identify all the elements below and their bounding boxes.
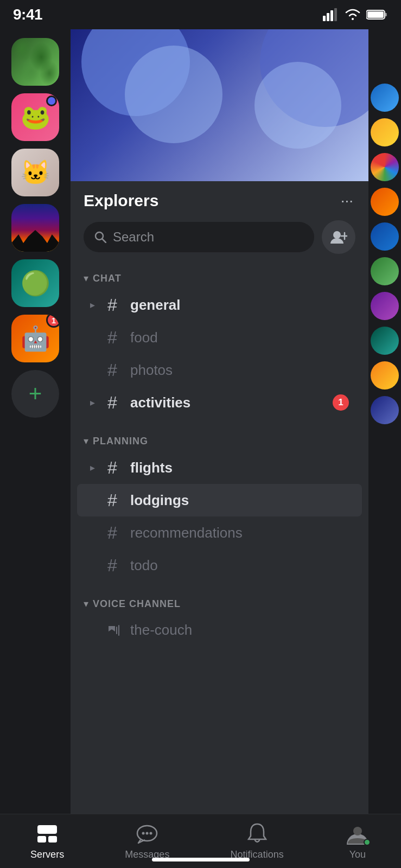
more-options-button[interactable]: ··· bbox=[339, 190, 355, 212]
servers-icon bbox=[34, 822, 60, 846]
channel-name-food: food bbox=[130, 329, 349, 346]
search-bar: Search bbox=[84, 220, 355, 254]
category-name-planning: PLANNING bbox=[93, 436, 148, 447]
channel-item-the-couch[interactable]: the-couch bbox=[77, 614, 362, 646]
svg-marker-12 bbox=[109, 626, 115, 631]
svg-point-23 bbox=[353, 827, 362, 835]
add-member-icon bbox=[330, 229, 347, 245]
hash-icon-photos: # bbox=[107, 361, 123, 379]
right-avatar-1 bbox=[371, 84, 399, 112]
hash-icon-general: # bbox=[107, 296, 123, 314]
channel-name-lodgings: lodgings bbox=[130, 492, 349, 509]
notifications-icon bbox=[244, 822, 270, 846]
category-name-chat: CHAT bbox=[93, 273, 122, 284]
signal-icon bbox=[323, 8, 339, 21]
notification-dot bbox=[46, 95, 57, 106]
channel-name-recommendations: recommendations bbox=[130, 525, 349, 541]
category-voice[interactable]: ▾ VOICE CHANNEL bbox=[71, 588, 368, 614]
right-avatar-6 bbox=[371, 257, 399, 285]
category-name-voice: VOICE CHANNEL bbox=[93, 598, 181, 610]
add-member-button[interactable] bbox=[322, 220, 355, 254]
category-chat[interactable]: ▾ CHAT bbox=[71, 263, 368, 289]
svg-point-19 bbox=[142, 832, 145, 835]
svg-point-9 bbox=[333, 231, 341, 239]
server-icon-sunset[interactable] bbox=[11, 204, 59, 252]
server-banner bbox=[71, 29, 368, 181]
svg-line-8 bbox=[103, 239, 106, 243]
server-sidebar: 🐸 🐱 🟢 🤖 1 + bbox=[0, 29, 71, 814]
category-chevron-chat: ▾ bbox=[84, 272, 88, 284]
channel-item-flights[interactable]: ▸ # flights bbox=[77, 451, 362, 484]
hash-icon-todo: # bbox=[107, 557, 123, 574]
expand-icon-activities: ▸ bbox=[90, 397, 100, 409]
channel-name-flights: flights bbox=[130, 459, 349, 476]
hash-icon-activities: # bbox=[107, 394, 123, 411]
status-bar: 9:41 bbox=[0, 0, 401, 29]
you-icon bbox=[345, 822, 371, 846]
add-server-button[interactable]: + bbox=[11, 370, 59, 418]
right-avatar-2 bbox=[371, 118, 399, 146]
right-avatar-10 bbox=[371, 396, 399, 424]
channel-item-general[interactable]: ▸ # general bbox=[77, 289, 362, 321]
right-avatar-3 bbox=[371, 153, 399, 181]
nav-item-you[interactable]: You bbox=[338, 822, 377, 860]
svg-rect-0 bbox=[323, 16, 326, 21]
channel-name-general: general bbox=[130, 297, 349, 314]
home-indicator bbox=[152, 858, 250, 861]
right-avatar-5 bbox=[371, 222, 399, 251]
svg-point-21 bbox=[150, 832, 152, 835]
svg-rect-16 bbox=[37, 836, 46, 843]
nav-label-you: You bbox=[349, 849, 366, 860]
battery-icon bbox=[366, 9, 388, 21]
svg-rect-6 bbox=[367, 11, 384, 18]
channel-item-recommendations[interactable]: # recommendations bbox=[77, 516, 362, 549]
category-planning[interactable]: ▾ PLANNING bbox=[71, 425, 368, 451]
expand-icon-flights: ▸ bbox=[90, 462, 100, 474]
category-chevron-planning: ▾ bbox=[84, 435, 88, 447]
unread-badge-activities: 1 bbox=[333, 394, 349, 411]
svg-rect-17 bbox=[48, 836, 57, 843]
server-icon-green[interactable] bbox=[11, 38, 59, 86]
channel-list: ▾ CHAT ▸ # general # food # photos ▸ # a… bbox=[71, 263, 368, 814]
nav-label-servers: Servers bbox=[30, 849, 64, 860]
right-avatars bbox=[368, 29, 401, 814]
channel-item-todo[interactable]: # todo bbox=[77, 549, 362, 582]
status-icons bbox=[323, 8, 388, 21]
search-icon bbox=[94, 231, 106, 243]
channel-item-lodgings[interactable]: # lodgings bbox=[77, 484, 362, 516]
messages-icon bbox=[134, 822, 160, 846]
plus-icon: + bbox=[29, 382, 42, 405]
svg-rect-5 bbox=[385, 13, 387, 16]
channel-item-food[interactable]: # food bbox=[77, 321, 362, 354]
server-icon-cat[interactable]: 🐱 bbox=[11, 149, 59, 196]
hash-icon-food: # bbox=[107, 329, 123, 346]
right-avatar-8 bbox=[371, 327, 399, 355]
svg-point-20 bbox=[146, 832, 149, 835]
server-name: Explorers bbox=[84, 192, 158, 210]
right-avatar-4 bbox=[371, 188, 399, 216]
svg-rect-2 bbox=[330, 10, 333, 21]
server-icon-teal[interactable]: 🟢 bbox=[11, 259, 59, 307]
nav-item-notifications[interactable]: Notifications bbox=[224, 822, 290, 860]
search-input-wrap[interactable]: Search bbox=[84, 222, 314, 252]
category-chevron-voice: ▾ bbox=[84, 598, 88, 610]
server-icon-pink[interactable]: 🐸 bbox=[11, 93, 59, 141]
server-icon-robot[interactable]: 🤖 1 bbox=[11, 315, 59, 362]
channel-item-activities[interactable]: ▸ # activities 1 bbox=[77, 386, 362, 419]
right-avatar-7 bbox=[371, 292, 399, 320]
expand-icon-general: ▸ bbox=[90, 299, 100, 311]
channel-name-activities: activities bbox=[130, 394, 325, 411]
search-placeholder: Search bbox=[113, 229, 154, 245]
channel-name-todo: todo bbox=[130, 557, 349, 574]
svg-rect-1 bbox=[327, 13, 329, 21]
voice-icon-the-couch bbox=[107, 624, 123, 637]
nav-item-messages[interactable]: Messages bbox=[118, 822, 176, 860]
right-avatar-9 bbox=[371, 361, 399, 390]
channel-item-photos[interactable]: # photos bbox=[77, 354, 362, 386]
svg-rect-15 bbox=[37, 825, 57, 834]
server-header: Explorers ··· bbox=[71, 181, 368, 220]
nav-item-servers[interactable]: Servers bbox=[24, 822, 71, 860]
status-time: 9:41 bbox=[13, 6, 42, 23]
hash-icon-recommendations: # bbox=[107, 524, 123, 541]
channel-name-the-couch: the-couch bbox=[130, 622, 349, 639]
